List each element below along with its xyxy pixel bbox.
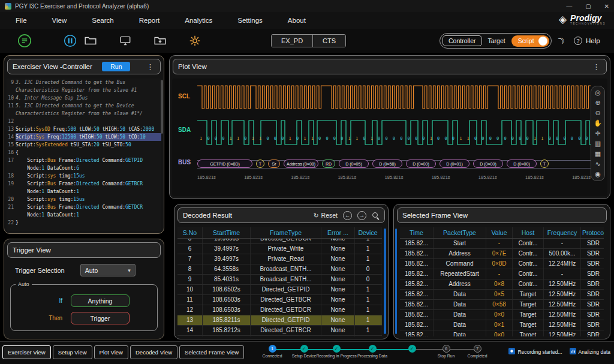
menu-search[interactable]: Search — [89, 16, 116, 25]
kebab-menu-icon[interactable]: ⋮ — [591, 62, 601, 71]
decoded-row-11[interactable]: 11108.6503sDirected_GETBCRNone1 — [177, 295, 382, 305]
zoom-out-icon[interactable]: ⊖ — [595, 110, 600, 116]
decoded-row-10[interactable]: 10108.6502sDirected_GETPIDNone1 — [177, 285, 382, 295]
bus-frame-label[interactable]: GETPID (0×8D) — [197, 160, 252, 168]
trigger-selection-dropdown[interactable]: Auto ▾ — [80, 264, 136, 276]
run-button[interactable]: Run — [102, 62, 130, 71]
frame-row-3[interactable]: 185.82...Command0×8DContr...12.24MHzSDR — [400, 259, 604, 269]
decoded-row-8[interactable]: 864.3558sBroadcast_ENTH...None0 — [177, 264, 382, 275]
bus-frame-label[interactable]: D (0×00) — [507, 160, 537, 168]
code-line[interactable]: 13Script:SysOD Freq:500 tLOW:50 tHIGH:50… — [7, 125, 161, 133]
bus-frame-label[interactable]: D (0×00) — [406, 160, 436, 168]
decoded-row-12[interactable]: 12108.6503sDirected_GETDCRNone1 — [177, 305, 382, 315]
zoom-in-icon[interactable]: ⊕ — [595, 100, 600, 106]
dark-mode-icon[interactable]: ☾ — [554, 34, 567, 47]
code-line[interactable]: 14Script:Sys Freq:12500 tHIGH:50 tLOW:50… — [7, 133, 161, 141]
frame-row-6[interactable]: 185.82...Data0×5Target12.50MHzSDR — [400, 290, 604, 300]
move-tool-icon[interactable]: ✛ — [595, 130, 600, 137]
pan-hand-icon[interactable]: ✋ — [594, 120, 602, 127]
code-line[interactable]: Characteristics Register from the slave … — [7, 86, 161, 94]
code-line[interactable]: 115. I3C Directed command to get the Dev… — [7, 102, 161, 110]
editor-scrollbar[interactable] — [161, 80, 163, 134]
reset-button[interactable]: ↻ Reset — [314, 212, 338, 219]
next-frame-button[interactable]: → — [357, 211, 366, 220]
decoded-row-14[interactable]: 14185.8212sDirected_GETBCRNone1 — [177, 326, 382, 336]
bus-frame-label[interactable]: Address (0×08) — [284, 160, 318, 168]
frame-scrollbar[interactable] — [395, 228, 397, 334]
kebab-menu-icon[interactable]: ⋮ — [145, 62, 155, 71]
waveform-area[interactable]: SCLSDABUS1000110110001011000011010000000… — [172, 79, 607, 196]
script-editor[interactable]: 93. I3C Directed Command to get the BusC… — [7, 79, 161, 231]
mode-controller-button[interactable]: Controller — [443, 35, 482, 46]
decoded-row-7[interactable]: 739.4997sPrivate_ReadNone1 — [177, 254, 382, 264]
export-folder-icon[interactable] — [151, 32, 169, 50]
mode-button-cts[interactable]: CTS — [312, 35, 345, 47]
code-line[interactable]: 17 Script:Bus Frame:Directed Command:GET… — [7, 157, 161, 164]
tab-plot-view[interactable]: Plot View — [94, 345, 128, 359]
code-line[interactable]: 15Script:SysExtended tSU_STA:20 tSU_STO:… — [7, 141, 161, 149]
help-button[interactable]: ? Help — [574, 37, 600, 45]
frame-row-7[interactable]: 185.82...Data0×58Target12.50MHzSDR — [400, 300, 604, 310]
menu-settings[interactable]: Settings — [235, 16, 265, 25]
code-line[interactable]: 20 Script:sys timg:15us — [7, 195, 161, 203]
mode-script-toggle[interactable]: Script — [511, 35, 549, 47]
device-monitor-icon[interactable] — [116, 32, 134, 50]
close-icon[interactable]: ✕ — [604, 3, 609, 10]
code-line[interactable]: Node:1 DataCount:1 — [7, 188, 161, 195]
code-line[interactable]: Characteristics Register from the slave … — [7, 110, 161, 118]
code-line[interactable]: 12 — [7, 118, 161, 125]
frame-row-2[interactable]: 185.82...Address0×7EContr...500.00k...SD… — [400, 249, 604, 259]
bus-frame-label[interactable]: D (0×58) — [372, 160, 402, 168]
bus-frame-label[interactable]: D (0×05) — [339, 160, 369, 168]
snapshot-icon[interactable]: ◉ — [595, 171, 601, 178]
maximize-icon[interactable]: ▢ — [585, 3, 591, 10]
decoded-row-15[interactable]: 15185.8212sDirected_GETDCRNone1 — [177, 336, 382, 336]
menu-report[interactable]: Report — [137, 16, 162, 25]
frame-row-9[interactable]: 185.82...Data0×1Target12.50MHzSDR — [400, 320, 604, 330]
waveform-canvas[interactable] — [197, 83, 591, 158]
bus-frame-label[interactable]: RD — [322, 160, 335, 168]
frame-row-5[interactable]: 185.82...Address0×8Contr...12.50MHzSDR — [400, 279, 604, 290]
pause-icon[interactable] — [61, 32, 79, 50]
anything-button[interactable]: Anything — [71, 294, 130, 307]
search-icon[interactable] — [372, 212, 380, 219]
code-line[interactable]: Node:1 DataCount:1 — [7, 211, 161, 219]
cursor-tool-icon[interactable]: ◎ — [595, 89, 601, 96]
mode-target-button[interactable]: Target — [482, 36, 511, 46]
bus-frame-label[interactable]: D (0×01) — [440, 160, 469, 168]
decoded-row-13[interactable]: 13185.8211sDirected_GETPIDNone1 — [177, 315, 382, 326]
code-line[interactable]: 21 Script:Bus Frame:Directed Command:GET… — [7, 203, 161, 211]
measure-icon[interactable]: ∿ — [595, 161, 600, 167]
settings-gear-icon[interactable] — [186, 32, 204, 50]
decoded-row-9[interactable]: 985.4031sBroadcast_ENTH...None0 — [177, 275, 382, 285]
bus-frame-label[interactable]: D (0×00) — [473, 160, 503, 168]
code-line[interactable]: 104. Inter Message Gap 15us — [7, 94, 161, 102]
bus-frame-label[interactable]: T — [256, 160, 264, 168]
code-line[interactable]: 18 Script:sys timg:15us — [7, 172, 161, 180]
frame-row-4[interactable]: 185.82...RepeatedStart-Contr...-SDR — [400, 269, 604, 279]
tab-exerciser-view[interactable]: Exerciser View — [2, 345, 51, 359]
tab-decoded-view[interactable]: Decoded View — [130, 345, 177, 359]
prev-frame-button[interactable]: ← — [343, 211, 352, 220]
menu-analytics[interactable]: Analytics — [182, 16, 215, 25]
tab-selected-frame-view[interactable]: Selected Frame View — [179, 345, 244, 359]
frame-row-8[interactable]: 185.82...Data0×0Target12.50MHzSDR — [400, 310, 604, 320]
trigger-button[interactable]: Trigger — [71, 312, 130, 324]
bus-frame-label[interactable]: T — [540, 160, 549, 168]
menu-file[interactable]: File — [13, 16, 29, 25]
columns-icon[interactable]: ▥ — [595, 140, 601, 147]
code-line[interactable]: Node:1 DataCount:6 — [7, 164, 161, 172]
frame-row-1[interactable]: 185.82...Start-Contr...-SDR — [400, 239, 604, 249]
code-line[interactable]: 22} — [7, 219, 161, 227]
grid-icon[interactable]: ▦ — [595, 151, 601, 157]
frame-row-10[interactable]: 185.82...Data0×0Target12.50MHzSDR — [400, 330, 604, 336]
script-run-icon[interactable] — [16, 32, 34, 50]
decoded-row-6[interactable]: 639.4997sPrivate_WriteNone1 — [177, 244, 382, 254]
bus-frame-label[interactable]: Sr — [268, 160, 280, 168]
open-folder-icon[interactable] — [82, 32, 100, 50]
tab-setup-view[interactable]: Setup View — [53, 345, 92, 359]
code-line[interactable]: 93. I3C Directed Command to get the Bus — [7, 79, 161, 86]
mode-button-ex_pd[interactable]: EX_PD — [272, 35, 312, 47]
menu-about[interactable]: About — [285, 16, 308, 25]
code-line[interactable]: 16{ — [7, 149, 161, 157]
